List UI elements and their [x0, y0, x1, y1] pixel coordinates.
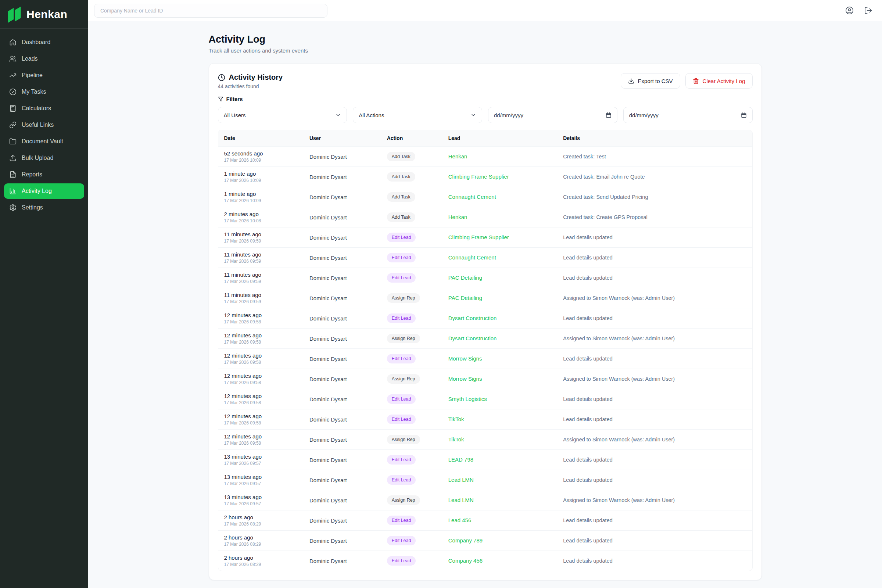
trash-icon — [693, 78, 699, 84]
lead-link[interactable]: Henkan — [448, 153, 468, 159]
action-badge: Add Task — [387, 172, 415, 182]
user-account-icon[interactable] — [845, 6, 854, 15]
henkan-logo-icon — [7, 6, 23, 23]
lead-link[interactable]: Climbing Frame Supplier — [448, 234, 509, 240]
column-header-action: Action — [381, 130, 442, 147]
sidebar-item-reports[interactable]: Reports — [4, 167, 84, 182]
sidebar-item-calculators[interactable]: Calculators — [4, 101, 84, 116]
lead-link[interactable]: Smyth Logistics — [448, 396, 487, 402]
row-details: Assigned to Simon Warnock (was: Admin Us… — [557, 490, 752, 510]
lead-link[interactable]: TikTok — [448, 416, 464, 422]
row-relative-time: 12 minutes ago — [224, 413, 298, 419]
row-user: Dominic Dysart — [303, 410, 381, 430]
sidebar-item-leads[interactable]: Leads — [4, 51, 84, 66]
lead-link[interactable]: Lead 456 — [448, 517, 471, 524]
row-details: Created task: Test — [557, 147, 752, 167]
lead-link[interactable]: Lead LMN — [448, 497, 474, 503]
actions-filter-select[interactable]: All Actions — [353, 107, 482, 123]
action-badge: Edit Lead — [387, 394, 416, 404]
users-icon — [9, 55, 16, 63]
lead-link[interactable]: Connaught Cement — [448, 254, 496, 261]
clear-activity-log-button[interactable]: Clear Activity Log — [686, 73, 753, 88]
lead-link[interactable]: Lead LMN — [448, 477, 474, 483]
table-row: 13 minutes ago 17 Mar 2026 09:57 Dominic… — [218, 450, 752, 470]
row-timestamp: 17 Mar 2026 09:58 — [224, 340, 298, 345]
row-timestamp: 17 Mar 2026 09:57 — [224, 481, 298, 486]
row-relative-time: 12 minutes ago — [224, 332, 298, 339]
table-row: 11 minutes ago 17 Mar 2026 09:59 Dominic… — [218, 248, 752, 268]
sidebar-item-document-vault[interactable]: Document Vault — [4, 134, 84, 149]
logout-icon[interactable] — [864, 6, 873, 15]
row-timestamp: 17 Mar 2026 10:09 — [224, 198, 298, 203]
date-from-input[interactable]: dd/mm/yyyy — [488, 107, 617, 123]
content: Activity Log Track all user actions and … — [88, 21, 882, 588]
users-filter-select[interactable]: All Users — [218, 107, 347, 123]
lead-link[interactable]: PAC Detailing — [448, 295, 482, 301]
row-user: Dominic Dysart — [303, 288, 381, 308]
sidebar-item-pipeline[interactable]: Pipeline — [4, 68, 84, 83]
table-row: 12 minutes ago 17 Mar 2026 09:58 Dominic… — [218, 410, 752, 430]
topbar-actions — [845, 6, 873, 15]
search-input[interactable] — [94, 4, 327, 18]
lead-link[interactable]: TikTok — [448, 436, 464, 442]
action-badge: Edit Lead — [387, 556, 416, 566]
lead-link[interactable]: PAC Detailing — [448, 274, 482, 281]
row-timestamp: 17 Mar 2026 09:58 — [224, 400, 298, 405]
lead-link[interactable]: Climbing Frame Supplier — [448, 174, 509, 180]
row-timestamp: 17 Mar 2026 09:59 — [224, 279, 298, 284]
row-timestamp: 17 Mar 2026 08:29 — [224, 562, 298, 567]
lead-link[interactable]: Morrow Signs — [448, 376, 482, 382]
activities-count: 44 activities found — [218, 83, 283, 89]
row-timestamp: 17 Mar 2026 09:58 — [224, 380, 298, 385]
row-details: Lead details updated — [557, 410, 752, 430]
sidebar-item-my-tasks[interactable]: My Tasks — [4, 84, 84, 100]
row-relative-time: 13 minutes ago — [224, 453, 298, 460]
row-details: Lead details updated — [557, 268, 752, 288]
row-relative-time: 2 hours ago — [224, 555, 298, 561]
table-row: 2 minutes ago 17 Mar 2026 10:08 Dominic … — [218, 207, 752, 228]
lead-link[interactable]: Connaught Cement — [448, 194, 496, 200]
row-user: Dominic Dysart — [303, 470, 381, 490]
row-timestamp: 17 Mar 2026 08:29 — [224, 542, 298, 547]
table-row: 11 minutes ago 17 Mar 2026 09:59 Dominic… — [218, 268, 752, 288]
sidebar-item-bulk-upload[interactable]: Bulk Upload — [4, 150, 84, 166]
row-details: Lead details updated — [557, 349, 752, 369]
row-timestamp: 17 Mar 2026 09:59 — [224, 259, 298, 264]
row-user: Dominic Dysart — [303, 147, 381, 167]
settings-icon — [9, 204, 16, 212]
calendar-icon[interactable] — [741, 112, 747, 118]
activity-history-card: Activity History 44 activities found Exp… — [209, 63, 762, 580]
lead-link[interactable]: Dysart Construction — [448, 335, 497, 341]
lead-link[interactable]: Henkan — [448, 214, 468, 220]
row-relative-time: 52 seconds ago — [224, 150, 298, 156]
action-badge: Edit Lead — [387, 536, 416, 545]
lead-link[interactable]: Company 789 — [448, 537, 483, 543]
lead-link[interactable]: Company 456 — [448, 558, 483, 564]
main-area: Activity Log Track all user actions and … — [88, 0, 882, 588]
row-user: Dominic Dysart — [303, 490, 381, 510]
sidebar-item-settings[interactable]: Settings — [4, 200, 84, 215]
sidebar-item-activity-log[interactable]: Activity Log — [4, 183, 84, 199]
row-relative-time: 12 minutes ago — [224, 373, 298, 379]
lead-link[interactable]: Morrow Signs — [448, 356, 482, 362]
table-row: 11 minutes ago 17 Mar 2026 09:59 Dominic… — [218, 228, 752, 248]
row-user: Dominic Dysart — [303, 207, 381, 228]
export-csv-button[interactable]: Export to CSV — [621, 73, 680, 88]
row-user: Dominic Dysart — [303, 389, 381, 410]
table-row: 13 minutes ago 17 Mar 2026 09:57 Dominic… — [218, 490, 752, 510]
lead-link[interactable]: Dysart Construction — [448, 315, 497, 321]
date-to-input[interactable]: dd/mm/yyyy — [623, 107, 753, 123]
sidebar-item-dashboard[interactable]: Dashboard — [4, 34, 84, 50]
action-badge: Edit Lead — [387, 455, 416, 465]
row-user: Dominic Dysart — [303, 328, 381, 349]
file-text-icon — [9, 171, 16, 178]
sidebar-item-useful-links[interactable]: Useful Links — [4, 117, 84, 133]
brand-logo: Henkan — [0, 0, 88, 28]
table-row: 52 seconds ago 17 Mar 2026 10:09 Dominic… — [218, 147, 752, 167]
table-row: 2 hours ago 17 Mar 2026 08:29 Dominic Dy… — [218, 531, 752, 551]
row-details: Lead details updated — [557, 510, 752, 531]
chevron-down-icon — [470, 112, 476, 118]
calendar-icon[interactable] — [606, 112, 612, 118]
row-user: Dominic Dysart — [303, 187, 381, 207]
lead-link[interactable]: LEAD 798 — [448, 456, 473, 463]
